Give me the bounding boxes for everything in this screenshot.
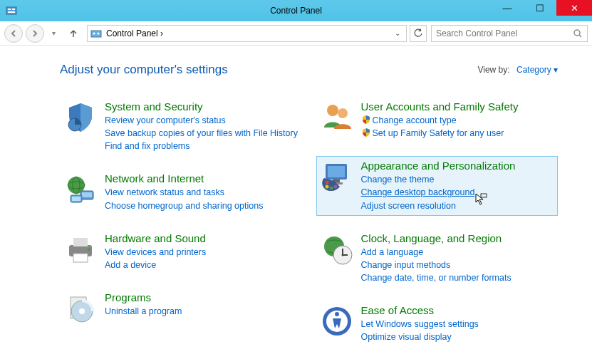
shield-icon — [63, 100, 98, 135]
view-by: View by: Category ▾ — [477, 65, 558, 75]
category-programs: Programs Uninstall a program — [60, 288, 302, 329]
viewby-label: View by: — [477, 65, 509, 75]
svg-point-43 — [335, 312, 339, 316]
category-title[interactable]: Hardware and Sound — [105, 232, 298, 244]
svg-point-25 — [338, 108, 348, 118]
svg-rect-19 — [73, 254, 88, 262]
minimize-button[interactable]: — — [491, 0, 524, 16]
page-heading: Adjust your computer's settings — [60, 63, 228, 77]
category-link[interactable]: View devices and printers — [105, 246, 298, 259]
users-icon — [320, 100, 354, 135]
printer-icon — [63, 232, 98, 266]
left-column: System and Security Review your computer… — [60, 97, 302, 360]
svg-point-30 — [325, 181, 328, 184]
category-link[interactable]: Add a language — [361, 246, 555, 259]
svg-rect-18 — [73, 238, 88, 246]
category-link[interactable]: Save backup copies of your files with Fi… — [105, 127, 298, 140]
breadcrumb[interactable]: Control Panel › — [106, 28, 392, 38]
category-clock-language-region: Clock, Language, and Region Add a langua… — [316, 229, 559, 288]
right-column: User Accounts and Family Safety Change a… — [316, 97, 559, 360]
window-controls: — ☐ ✕ — [491, 0, 592, 16]
category-link[interactable]: Find and fix problems — [105, 140, 298, 152]
refresh-button[interactable] — [410, 25, 427, 42]
svg-point-39 — [341, 254, 343, 256]
svg-point-6 — [98, 32, 100, 34]
category-network-internet: Network and Internet View network status… — [60, 169, 302, 215]
svg-rect-14 — [82, 192, 92, 197]
svg-rect-27 — [328, 166, 345, 177]
svg-point-20 — [88, 248, 90, 251]
content-area: Adjust your computer's settings View by:… — [0, 46, 592, 364]
uac-shield-icon — [361, 115, 371, 125]
svg-rect-16 — [72, 197, 81, 201]
category-system-security: System and Security Review your computer… — [60, 97, 302, 156]
svg-line-8 — [579, 35, 581, 37]
disc-icon — [63, 291, 98, 326]
category-title[interactable]: System and Security — [105, 100, 298, 113]
category-link[interactable]: View network status and tasks — [105, 186, 298, 199]
svg-point-23 — [79, 308, 85, 314]
search-input[interactable] — [436, 28, 573, 38]
titlebar: Control Panel — ☐ ✕ — [0, 0, 592, 21]
category-link[interactable]: Set up Family Safety for any user — [361, 127, 555, 140]
category-ease-of-access: Ease of Access Let Windows suggest setti… — [316, 301, 559, 347]
search-icon — [573, 28, 583, 38]
history-dropdown[interactable]: ▾ — [47, 27, 60, 40]
category-link[interactable]: Change input methods — [361, 259, 555, 271]
category-columns: System and Security Review your computer… — [60, 97, 558, 360]
category-user-accounts: User Accounts and Family Safety Change a… — [316, 97, 559, 143]
category-link[interactable]: Review your computer's status — [105, 114, 298, 127]
close-button[interactable]: ✕ — [556, 0, 592, 16]
back-button[interactable] — [4, 24, 23, 43]
svg-point-33 — [333, 185, 337, 189]
category-hardware-sound: Hardware and Sound View devices and prin… — [60, 229, 302, 275]
category-link[interactable]: Change the theme — [361, 173, 555, 186]
svg-rect-4 — [91, 31, 101, 37]
category-link-change-desktop-background[interactable]: Change desktop background — [361, 186, 555, 199]
svg-point-7 — [574, 30, 580, 36]
category-title[interactable]: Network and Internet — [105, 172, 298, 184]
svg-point-24 — [327, 105, 338, 116]
forward-button[interactable] — [26, 24, 44, 43]
control-panel-window: Control Panel — ☐ ✕ ▾ Control Panel › ⌄ — [0, 0, 592, 364]
category-link[interactable]: Optimize visual display — [361, 331, 555, 343]
uac-shield-icon — [361, 128, 371, 137]
navbar: ▾ Control Panel › ⌄ — [0, 21, 592, 46]
address-dropdown[interactable]: ⌄ — [395, 29, 400, 37]
category-link[interactable]: Change date, time, or number formats — [361, 271, 555, 284]
globe-network-icon — [63, 172, 98, 207]
svg-point-5 — [93, 32, 95, 34]
clock-globe-icon — [320, 232, 354, 266]
ease-of-access-icon — [320, 304, 354, 338]
category-title[interactable]: Programs — [105, 291, 298, 303]
address-icon — [90, 28, 102, 39]
category-title[interactable]: Ease of Access — [361, 304, 555, 316]
category-link[interactable]: Let Windows suggest settings — [361, 318, 555, 331]
category-appearance: Appearance and Personalization Change th… — [316, 156, 559, 215]
category-title[interactable]: User Accounts and Family Safety — [361, 100, 555, 113]
svg-point-32 — [329, 187, 333, 190]
category-title[interactable]: Clock, Language, and Region — [361, 232, 555, 244]
category-title[interactable]: Appearance and Personalization — [361, 160, 555, 172]
search-box[interactable] — [431, 25, 588, 42]
category-link[interactable]: Add a device — [105, 259, 298, 271]
category-link[interactable]: Choose homegroup and sharing options — [105, 199, 298, 212]
category-link[interactable]: Adjust screen resolution — [361, 199, 555, 212]
header-row: Adjust your computer's settings View by:… — [60, 63, 558, 77]
monitor-palette-icon — [320, 160, 354, 194]
address-bar[interactable]: Control Panel › ⌄ — [87, 25, 407, 42]
up-button[interactable] — [66, 26, 81, 41]
svg-point-31 — [325, 185, 328, 189]
category-link[interactable]: Change account type — [361, 114, 555, 127]
maximize-button[interactable]: ☐ — [524, 0, 556, 16]
category-link[interactable]: Uninstall a program — [105, 305, 298, 318]
viewby-value[interactable]: Category ▾ — [516, 65, 558, 75]
